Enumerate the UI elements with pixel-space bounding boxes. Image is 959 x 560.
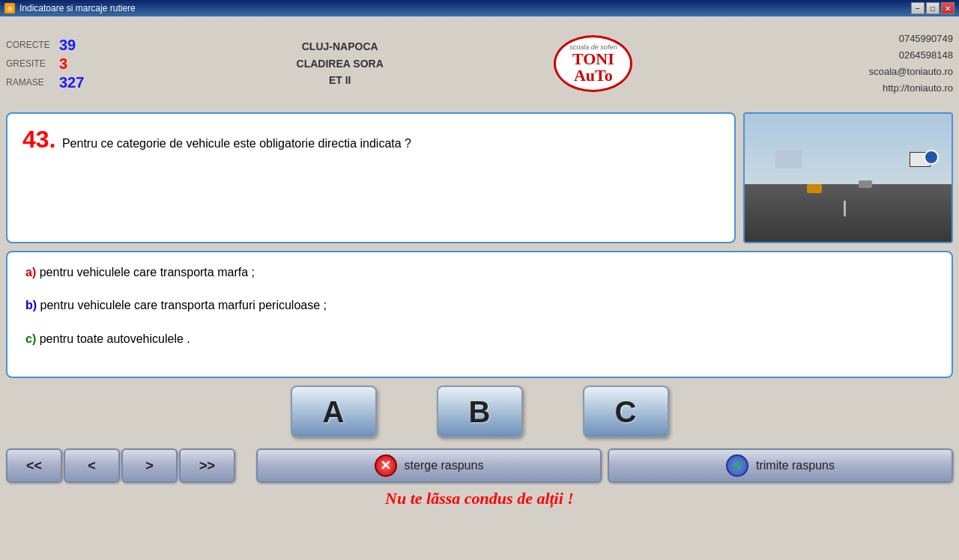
answer-a: a) pentru vehiculele care transporta mar… [25, 264, 934, 281]
question-number: 43. [22, 126, 55, 153]
next-button[interactable]: > [121, 448, 178, 483]
center-info: CLUJ-NAPOCA CLADIREA SORA ET II [297, 38, 384, 88]
remaining-label: RAMASE [6, 77, 55, 88]
delete-icon [375, 454, 397, 477]
center-line2: CLADIREA SORA [297, 55, 384, 72]
phone1: 0745990749 [803, 31, 953, 47]
wrong-label: GRESITE [6, 58, 55, 69]
answer-a-text: pentru vehiculele care transporta marfa … [40, 266, 255, 279]
answer-b-text: pentru vehiculele care transporta marfur… [40, 299, 327, 311]
action-buttons: sterge raspuns trimite raspuns [256, 448, 953, 483]
contact-info: 0745990749 0264598148 scoala@toniauto.ro… [803, 31, 953, 97]
submit-answer-button[interactable]: trimite raspuns [608, 448, 953, 483]
app-icon: ⊕ [4, 3, 15, 13]
ground [745, 184, 952, 242]
logo-container: scoala de soferi TONI AuTo [554, 35, 632, 92]
answer-b-letter: b) [25, 299, 37, 311]
answer-b-button[interactable]: B [437, 386, 523, 438]
answer-a-letter: a) [25, 266, 36, 279]
question-text: Pentru ce categorie de vehicule este obl… [62, 137, 411, 150]
minimize-button[interactable]: − [911, 2, 925, 14]
correct-label: CORECTE [6, 40, 55, 50]
logo: scoala de soferi TONI AuTo [554, 35, 632, 92]
close-button[interactable]: ✕ [941, 2, 955, 14]
nav-group: << < > >> [6, 448, 235, 483]
answer-b: b) pentru vehiculele care transporta mar… [25, 297, 934, 314]
remaining-value: 327 [59, 74, 84, 91]
logo-auto: AuTo [569, 67, 617, 84]
wrong-value: 3 [59, 55, 67, 73]
road-marking [844, 201, 846, 216]
titlebar: ⊕ Indicatoare si marcaje rutiere − □ ✕ [0, 0, 959, 16]
correct-stat-row: CORECTE 39 [6, 37, 126, 54]
delete-answer-button[interactable]: sterge raspuns [256, 448, 602, 483]
question-image [743, 112, 953, 243]
answers-box: a) pentru vehiculele care transporta mar… [6, 251, 953, 378]
delete-label: sterge raspuns [405, 459, 484, 472]
maximize-button[interactable]: □ [926, 2, 940, 14]
center-line1: CLUJ-NAPOCA [297, 38, 384, 55]
logo-toni: TONI [569, 51, 617, 67]
question-area: 43. Pentru ce categorie de vehicule este… [6, 112, 953, 243]
road-scene [745, 114, 952, 242]
navigation-row: << < > >> sterge raspuns trimite raspuns [6, 448, 953, 483]
car2 [859, 180, 872, 188]
window-controls: − □ ✕ [911, 2, 955, 14]
answer-a-button[interactable]: A [291, 386, 377, 438]
website: http://toniauto.ro [803, 80, 953, 97]
answer-buttons-group: A B C [6, 386, 953, 438]
wrong-stat-row: GRESITE 3 [6, 55, 126, 73]
submit-icon [726, 454, 748, 477]
remaining-stat-row: RAMASE 327 [6, 74, 126, 91]
first-button[interactable]: << [6, 448, 62, 483]
main-content: CORECTE 39 GRESITE 3 RAMASE 327 CLUJ-NAP… [0, 16, 959, 560]
answer-c-button[interactable]: C [583, 386, 669, 438]
stats-panel: CORECTE 39 GRESITE 3 RAMASE 327 [6, 37, 126, 91]
submit-label: trimite raspuns [756, 459, 835, 472]
question-box: 43. Pentru ce categorie de vehicule este… [6, 112, 736, 243]
window-title: Indicatoare si marcaje rutiere [19, 3, 911, 13]
car1 [807, 184, 822, 193]
center-line3: ET II [297, 72, 384, 88]
header: CORECTE 39 GRESITE 3 RAMASE 327 CLUJ-NAP… [6, 22, 953, 105]
email: scoala@toniauto.ro [803, 64, 953, 80]
building [775, 150, 802, 168]
phone2: 0264598148 [803, 47, 953, 64]
correct-value: 39 [59, 37, 76, 54]
answer-c-letter: c) [25, 332, 36, 345]
bottom-text: Nu te lãssa condus de alții ! [6, 489, 953, 508]
last-button[interactable]: >> [179, 448, 235, 483]
answer-c: c) pentru toate autovehiculele . [25, 331, 934, 347]
prev-button[interactable]: < [64, 448, 120, 483]
answer-c-text: pentru toate autovehiculele . [40, 332, 190, 345]
